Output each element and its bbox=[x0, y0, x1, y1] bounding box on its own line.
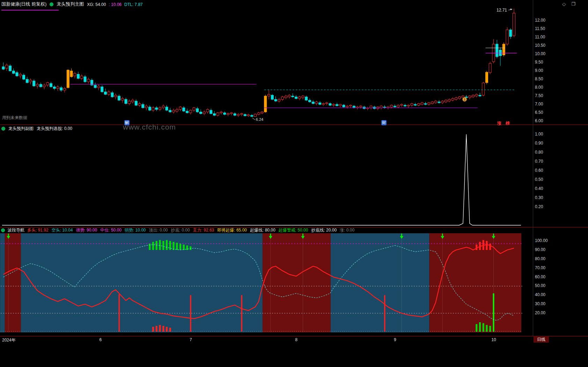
price-axis-label: 7.00 bbox=[535, 102, 543, 107]
sub1-axis-label: 0.20 bbox=[535, 204, 543, 209]
sub1-axis-label: 0.50 bbox=[535, 177, 543, 182]
indicator-value-token: 涨: 0.00 bbox=[340, 228, 354, 233]
price-axis-label: 6.00 bbox=[535, 118, 543, 123]
indicator-toggle-icon[interactable] bbox=[50, 2, 53, 6]
site-watermark: www.cfchi.com bbox=[123, 123, 176, 131]
x-axis-month: 6 bbox=[95, 337, 106, 342]
indicator-value-token: 即将起爆: 65.00 bbox=[217, 228, 247, 233]
indicator-toggle-icon[interactable] bbox=[1, 228, 5, 232]
price-axis-label: 11.00 bbox=[535, 35, 545, 39]
sub1-indicator-value: 龙头预判选股: 0.00 bbox=[37, 126, 72, 132]
indicator-value-token: 抄底: 0.00 bbox=[171, 228, 190, 233]
sub2-axis-label: 80.00 bbox=[535, 256, 545, 261]
sub1-axis-label: 1.00 bbox=[535, 132, 543, 137]
news-marker-badge[interactable]: 解 bbox=[124, 120, 130, 125]
price-axis-label: 7.50 bbox=[535, 93, 543, 98]
sub-chart1-header: 龙头预判副图 龙头预判选股: 0.00 bbox=[1, 126, 72, 132]
future-data-warning: 用到未来数据 bbox=[2, 115, 27, 121]
sub2-axis-label: 30.00 bbox=[535, 301, 545, 306]
price-axis-label: 6.50 bbox=[535, 110, 543, 115]
indicator-toggle-icon[interactable] bbox=[1, 127, 5, 131]
price-axis-label: 10.50 bbox=[535, 43, 545, 48]
price-axis-label: 8.50 bbox=[535, 76, 543, 81]
sub2-axis-label: 70.00 bbox=[535, 265, 545, 270]
x-axis-year-label: 2024年 bbox=[2, 337, 16, 343]
x-axis-month: 7 bbox=[185, 337, 196, 342]
main-indicator-values: XG: 54.00: 10.06DTL: 7.87 bbox=[87, 2, 145, 7]
svg-text:12.71: 12.71 bbox=[497, 8, 507, 13]
indicator-value-token: 抄底线: 20.00 bbox=[311, 228, 337, 233]
sub2-axis-label: 60.00 bbox=[535, 274, 545, 279]
sub1-axis-label: 0.90 bbox=[535, 141, 543, 146]
indicator-value-token: 起爆线: 80.00 bbox=[250, 228, 275, 233]
sub2-axis-label: 50.00 bbox=[535, 283, 545, 288]
price-axis-label: 10.00 bbox=[535, 51, 545, 56]
window-corner-icons: ◇ ❐ bbox=[562, 1, 575, 7]
svg-text:$: $ bbox=[464, 98, 465, 101]
chart-canvas[interactable]: 6.2412.71$ bbox=[0, 0, 588, 367]
indicator-value-token: 顶出: 0.00 bbox=[149, 228, 168, 233]
sub1-axis-label: 0.30 bbox=[535, 195, 543, 200]
svg-text:6.24: 6.24 bbox=[256, 117, 263, 122]
sub1-indicator-name[interactable]: 龙头预判副图 bbox=[8, 126, 34, 132]
restore-window-icon[interactable]: ❐ bbox=[571, 1, 575, 7]
price-axis-label: 9.00 bbox=[535, 68, 543, 73]
price-axis-label: 12.00 bbox=[535, 18, 545, 23]
indicator-value-token: : 10.06 bbox=[109, 2, 122, 7]
sub1-axis-label: 0.70 bbox=[535, 159, 543, 164]
drawn-trendline[interactable] bbox=[1, 10, 59, 10]
news-marker-badge[interactable]: 财 bbox=[381, 120, 387, 125]
period-selector[interactable]: 日线 bbox=[534, 337, 549, 343]
price-axis-label: 8.00 bbox=[535, 85, 543, 90]
indicator-value-token: 主力: 92.63 bbox=[193, 228, 214, 233]
main-chart-header: 国新健康(日线 前复权) 龙头预判主图 XG: 54.00: 10.06DTL:… bbox=[1, 1, 146, 7]
diamond-icon[interactable]: ◇ bbox=[562, 1, 566, 7]
x-axis-month: 9 bbox=[390, 337, 400, 342]
sub1-axis-label: 0.40 bbox=[535, 186, 543, 191]
price-axis-label: 11.50 bbox=[535, 26, 545, 31]
indicator-value-token: DTL: 7.87 bbox=[124, 2, 143, 7]
indicator-value-token: 起爆警戒: 50.00 bbox=[279, 228, 308, 233]
rank-marker-char: 榜 bbox=[506, 120, 510, 126]
price-axis-label: 9.50 bbox=[535, 60, 543, 65]
indicator-value-token: 多头: 91.92 bbox=[27, 228, 49, 233]
x-axis-month: 8 bbox=[291, 337, 302, 342]
sub1-axis-label: 0.60 bbox=[535, 168, 543, 173]
stock-title: 国新健康(日线 前复权) bbox=[1, 1, 46, 7]
indicator-value-token: 空头: 10.04 bbox=[52, 228, 73, 233]
sub2-indicator-name[interactable]: 波段导航 bbox=[8, 227, 24, 233]
sub2-axis-label: 40.00 bbox=[535, 292, 545, 297]
sub2-indicator-values: 多头: 91.92空头: 10.04强势: 90.00中位: 50.00弱势: … bbox=[27, 227, 358, 233]
sub2-axis-label: 90.00 bbox=[535, 247, 545, 252]
sub2-axis-label: 20.00 bbox=[535, 310, 545, 315]
trading-app-window: 6.2412.71$ 国新健康(日线 前复权) 龙头预判主图 XG: 54.00… bbox=[0, 0, 588, 367]
sub-chart2-header: 波段导航 多头: 91.92空头: 10.04强势: 90.00中位: 50.0… bbox=[1, 227, 358, 233]
indicator-value-token: XG: 54.00 bbox=[87, 2, 106, 7]
main-indicator-name[interactable]: 龙头预判主图 bbox=[57, 1, 84, 7]
sub2-axis-label: 100.00 bbox=[535, 238, 548, 243]
indicator-value-token: 强势: 90.00 bbox=[76, 228, 97, 233]
x-axis-month: 10 bbox=[488, 337, 499, 342]
indicator-value-token: 中位: 50.00 bbox=[100, 228, 122, 233]
sub1-axis-label: 0.80 bbox=[535, 150, 543, 155]
indicator-value-token: 弱势: 10.00 bbox=[125, 228, 146, 233]
rank-marker-char: 涨 bbox=[497, 120, 501, 126]
